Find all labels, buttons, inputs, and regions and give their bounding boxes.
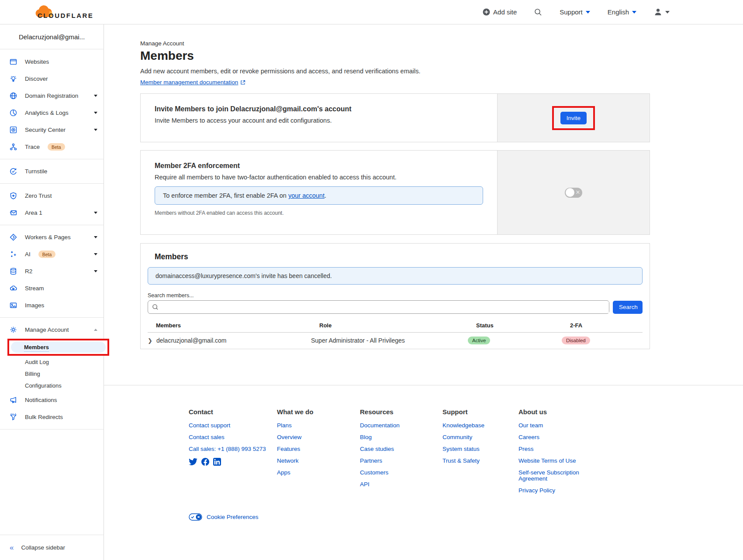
- footer-link[interactable]: Call sales: +1 (888) 993 5273: [189, 446, 277, 452]
- footer-link[interactable]: System status: [442, 446, 518, 452]
- footer-link[interactable]: Self-serve Subscription Agreement: [518, 470, 580, 482]
- sidebar-item-security-center[interactable]: Security Center: [0, 121, 104, 138]
- member-docs-link[interactable]: Member management documentation: [140, 79, 245, 86]
- chevron-down-icon: [586, 11, 590, 14]
- sidebar-item-images[interactable]: Images: [0, 297, 104, 314]
- sidebar-item-workers-pages[interactable]: Workers & Pages: [0, 229, 104, 246]
- sparkles-icon: [10, 251, 17, 258]
- language-menu[interactable]: English: [608, 8, 636, 16]
- sidebar-item-discover[interactable]: Discover: [0, 70, 104, 87]
- divider: [0, 429, 104, 429]
- sidebar-item-bulk-redirects[interactable]: Bulk Redirects: [0, 409, 104, 426]
- expand-row-chevron-icon[interactable]: ❯: [148, 337, 152, 344]
- stream-cloud-icon: [10, 285, 17, 292]
- chevron-down-icon: [632, 11, 636, 14]
- invite-card-description: Invite Members to access your account an…: [155, 117, 483, 124]
- sidebar-item-notifications[interactable]: Notifications: [0, 392, 104, 409]
- add-site-button[interactable]: Add site: [483, 8, 517, 16]
- page-description: Add new account members, edit or revoke …: [140, 68, 650, 75]
- account-name[interactable]: Delacruzjonal@gmai...: [0, 24, 104, 49]
- sidebar-item-members-selected[interactable]: Members: [11, 342, 106, 353]
- footer-link[interactable]: Trust & Safety: [442, 458, 518, 464]
- shield-icon: [10, 192, 17, 199]
- invite-card-action-panel: Invite: [497, 94, 650, 142]
- annotation-highlight-members: Members: [7, 339, 109, 356]
- trace-network-icon: [10, 143, 17, 151]
- sidebar-item-analytics-logs[interactable]: Analytics & Logs: [0, 104, 104, 121]
- footer-link[interactable]: Partners: [360, 458, 442, 464]
- search-icon: [534, 8, 542, 16]
- search-icon: [152, 304, 159, 310]
- footer-link[interactable]: Network: [277, 458, 360, 464]
- sidebar-item-trace[interactable]: Trace Beta: [0, 138, 104, 155]
- chevron-down-icon: [94, 212, 97, 214]
- footer-link[interactable]: Documentation: [360, 423, 442, 429]
- linkedin-icon[interactable]: [213, 458, 221, 466]
- footer-link[interactable]: Plans: [277, 423, 360, 429]
- footer-link[interactable]: Press: [518, 446, 580, 452]
- funnel-icon: [10, 413, 17, 421]
- search-members-input[interactable]: [161, 302, 609, 313]
- page-content: Manage Account Members Add new account m…: [104, 40, 650, 349]
- user-account-menu[interactable]: [654, 8, 670, 16]
- footer-link[interactable]: API: [360, 481, 442, 488]
- status-badge: Active: [468, 337, 490, 344]
- toggle-x-icon: ✕: [576, 189, 581, 196]
- header-search-button[interactable]: [534, 8, 542, 16]
- sidebar-item-zero-trust[interactable]: Zero Trust: [0, 187, 104, 204]
- footer-link[interactable]: Contact support: [189, 423, 277, 429]
- footer-link[interactable]: Contact sales: [189, 434, 277, 440]
- chevron-up-icon: [94, 329, 97, 331]
- sidebar-item-configurations[interactable]: Configurations: [0, 380, 104, 392]
- sidebar-item-ai[interactable]: AI Beta: [0, 246, 104, 263]
- sidebar-item-turnstile[interactable]: Turnstile: [0, 163, 104, 180]
- websites-icon: [10, 58, 17, 65]
- sidebar-item-area-1[interactable]: Area 1: [0, 204, 104, 221]
- sidebar-item-websites[interactable]: Websites: [0, 53, 104, 70]
- footer-link[interactable]: Case studies: [360, 446, 442, 452]
- database-icon: [10, 268, 17, 275]
- user-icon: [654, 8, 662, 16]
- footer-link[interactable]: Our team: [518, 423, 580, 429]
- footer-link[interactable]: Website Terms of Use: [518, 458, 580, 464]
- footer-link[interactable]: Customers: [360, 470, 442, 476]
- footer-link[interactable]: Careers: [518, 434, 580, 440]
- invite-button[interactable]: Invite: [560, 112, 587, 124]
- your-account-link[interactable]: your account: [288, 192, 325, 199]
- footer-link[interactable]: Overview: [277, 434, 360, 440]
- sidebar-item-manage-account[interactable]: Manage Account: [0, 321, 104, 338]
- footer-link[interactable]: Blog: [360, 434, 442, 440]
- globe-icon: [10, 92, 17, 100]
- facebook-icon[interactable]: [201, 458, 209, 466]
- annotation-highlight-invite: Invite: [552, 106, 595, 130]
- sidebar-item-billing[interactable]: Billing: [0, 368, 104, 380]
- sidebar-item-r2[interactable]: R2: [0, 263, 104, 280]
- footer-col-what-we-do: What we do Plans Overview Features Netwo…: [277, 408, 360, 499]
- cloudflare-logo[interactable]: CLOUDFLARE: [0, 5, 93, 20]
- search-button[interactable]: Search: [613, 301, 643, 314]
- footer-link[interactable]: Privacy Policy: [518, 488, 580, 494]
- sidebar-item-audit-log[interactable]: Audit Log: [0, 356, 104, 368]
- footer-link[interactable]: Apps: [277, 470, 360, 476]
- chevron-down-icon: [665, 11, 670, 14]
- 2fa-card-title: Member 2FA enforcement: [155, 162, 483, 170]
- footer-link[interactable]: Community: [442, 434, 518, 440]
- member-email: delacruzjonal@gmail.com: [156, 337, 227, 344]
- cookie-consent-icon: [189, 513, 202, 521]
- divider: [0, 317, 104, 318]
- footer-link[interactable]: Features: [277, 446, 360, 452]
- footer-link[interactable]: Knowledgebase: [442, 423, 518, 429]
- collapse-sidebar-button[interactable]: « Collapse sidebar: [0, 535, 104, 560]
- sidebar-item-stream[interactable]: Stream: [0, 280, 104, 297]
- logo-wordmark: CLOUDFLARE: [38, 12, 93, 19]
- gear-icon: [10, 326, 17, 333]
- chevron-down-icon: [94, 253, 97, 255]
- sidebar-item-domain-registration[interactable]: Domain Registration: [0, 87, 104, 104]
- cloudflare-dashboard: CLOUDFLARE Add site Support: [0, 0, 743, 560]
- search-row: Search: [148, 300, 643, 314]
- cookie-preferences-button[interactable]: Cookie Preferences: [189, 513, 743, 538]
- support-menu[interactable]: Support: [560, 8, 590, 16]
- 2fa-toggle-off[interactable]: ✕: [565, 188, 582, 198]
- twitter-icon[interactable]: [189, 458, 197, 466]
- table-row[interactable]: ❯ delacruzjonal@gmail.com Super Administ…: [148, 333, 643, 349]
